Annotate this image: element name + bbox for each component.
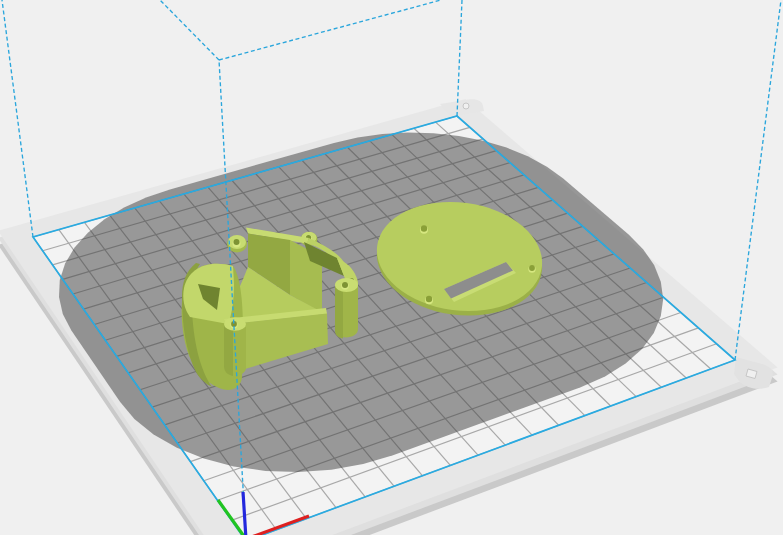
- model-round-lid-facet: [426, 296, 432, 302]
- model-enclosure-box-facet: [335, 287, 343, 339]
- model-enclosure-box-facet: [224, 326, 233, 376]
- model-enclosure-box-facet: [234, 239, 240, 245]
- bed-clip-tab: [463, 103, 469, 109]
- slicer-3d-viewport[interactable]: [0, 0, 783, 535]
- model-round-lid-facet: [421, 225, 427, 231]
- model-enclosure-box-facet: [342, 282, 348, 288]
- model-round-lid-facet: [529, 265, 535, 271]
- viewport-canvas[interactable]: [0, 0, 783, 535]
